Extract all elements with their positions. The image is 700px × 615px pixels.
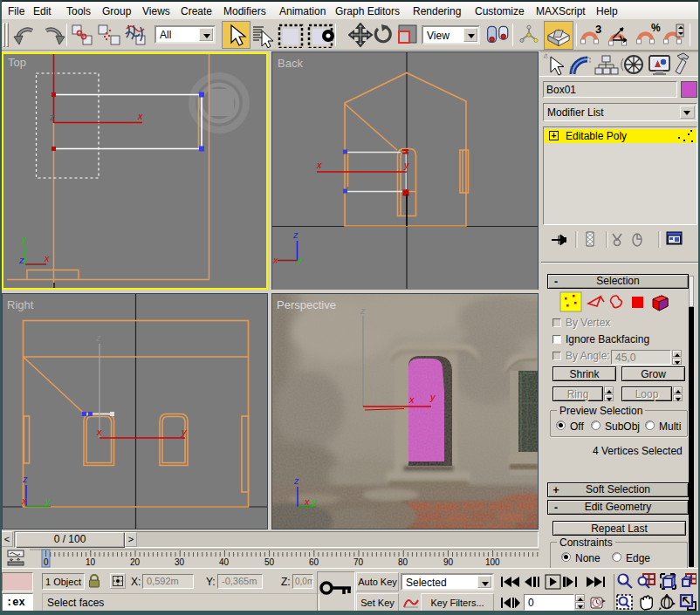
svg-text:y: y [45,495,51,506]
svg-text:y: y [403,160,410,170]
svg-text:z: z [18,255,24,265]
svg-text:40: 40 [219,557,230,567]
svg-text:z: z [292,229,299,240]
svg-text:y: y [181,427,188,437]
svg-text:50: 50 [264,557,275,567]
svg-text:x: x [21,495,27,506]
svg-text:x: x [272,255,278,265]
svg-text:z: z [360,305,366,316]
svg-text:x: x [44,253,50,263]
svg-text:70: 70 [353,557,364,567]
svg-text:y: y [297,255,304,265]
svg-text:x: x [316,160,322,170]
svg-text:0: 0 [44,557,49,567]
svg-text:z: z [293,475,299,486]
svg-text:90: 90 [443,557,454,567]
svg-text:60: 60 [309,557,319,567]
svg-text:Perspective: Perspective [277,298,336,311]
svg-text:%: % [651,23,661,34]
svg-text:y: y [21,234,28,244]
svg-text:z: z [49,112,55,122]
svg-text:x: x [408,394,415,405]
svg-text:z: z [95,332,101,343]
svg-text:Top: Top [8,56,26,69]
svg-text:20: 20 [130,557,141,567]
svg-text:x: x [304,496,310,507]
svg-text:100: 100 [485,557,500,567]
svg-text:Right: Right [7,298,34,311]
svg-text:80: 80 [398,557,408,567]
svg-text:3: 3 [595,23,601,36]
svg-text:30: 30 [175,557,185,567]
svg-text:10: 10 [86,557,96,567]
svg-text:Back: Back [278,57,303,70]
svg-text:x: x [137,111,143,121]
svg-text:z: z [22,474,28,484]
svg-text:x: x [96,427,102,437]
